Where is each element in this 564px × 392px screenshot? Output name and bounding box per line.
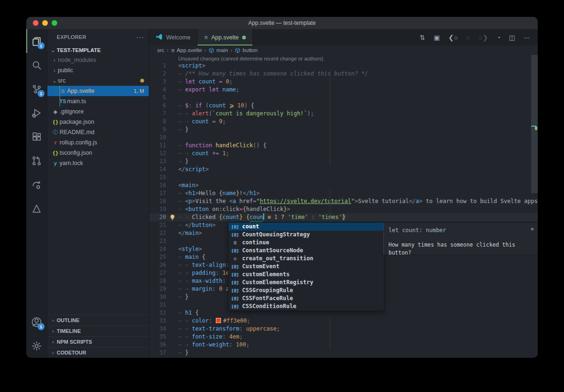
- file-row-package-json[interactable]: {}package.json: [47, 117, 149, 127]
- suggestion-cssconditionrule[interactable]: [@]CSSConditionRule: [229, 302, 384, 310]
- azure-icon[interactable]: [26, 196, 47, 220]
- file-row-public[interactable]: ›public: [47, 65, 149, 75]
- suggestion-customelementregistry[interactable]: [@]CustomElementRegistry: [229, 279, 384, 286]
- section-header-timeline[interactable]: ›TIMELINE: [47, 325, 149, 336]
- line-number[interactable]: 29: [149, 285, 166, 293]
- line-number[interactable]: 2: [149, 70, 166, 78]
- line-number[interactable]: 23: [149, 237, 166, 245]
- run-debug-icon[interactable]: [26, 101, 47, 125]
- line-number[interactable]: 5: [149, 94, 166, 102]
- search-icon[interactable]: [26, 53, 47, 77]
- code-editor[interactable]: Unsaved changes (cannot determine recent…: [149, 55, 538, 358]
- live-share-icon[interactable]: [26, 173, 47, 196]
- code-line-33[interactable]: 33→ → color: #ff3e00;: [149, 317, 538, 325]
- line-number[interactable]: 17: [149, 189, 166, 197]
- file-row-readme-md[interactable]: ⓘREADME.md: [47, 127, 149, 137]
- line-number[interactable]: 18: [149, 197, 166, 205]
- line-number[interactable]: 26: [149, 261, 166, 269]
- line-number[interactable]: 30: [149, 293, 166, 301]
- code-line-3[interactable]: 3→ let count = 0;: [149, 78, 538, 86]
- line-number[interactable]: 27: [149, 269, 166, 277]
- code-line-1[interactable]: 1<script>: [149, 62, 538, 70]
- file-history-icon[interactable]: ◔: [496, 34, 500, 41]
- code-line-2[interactable]: 2→ /** How many times has someone clicke…: [149, 70, 538, 78]
- suggestion-create_out_transition[interactable]: ◇create_out_transition: [229, 255, 384, 263]
- line-number[interactable]: 8: [149, 118, 166, 126]
- code-line-17[interactable]: 17→ <h1>Hello {name}!</h1>: [149, 189, 538, 197]
- close-icon[interactable]: ✕: [531, 225, 534, 233]
- workspace-root-row[interactable]: ⌄ TEST-TEMPLATE: [47, 45, 149, 55]
- breadcrumb-item-button[interactable]: button: [235, 47, 258, 53]
- line-number[interactable]: 9: [149, 126, 166, 134]
- file-row--gitignore[interactable]: ◆.gitignore: [47, 106, 149, 117]
- accounts-icon[interactable]: 1: [26, 310, 47, 334]
- suggestion-customelements[interactable]: [@]customElements: [229, 271, 384, 279]
- code-line-9[interactable]: 9→ }: [149, 126, 538, 134]
- suggestion-cssfontfacerule[interactable]: [@]CSSFontFaceRule: [229, 294, 384, 302]
- file-row-src[interactable]: ⌄src: [47, 75, 149, 86]
- code-line-20[interactable]: 20→ → Clicked {count} {coun ≡ 1 ? 'time'…: [149, 213, 538, 221]
- line-number[interactable]: 22: [149, 229, 166, 237]
- line-number[interactable]: 35: [149, 333, 166, 341]
- code-line-16[interactable]: 16<main>: [149, 181, 538, 189]
- split-editor-icon[interactable]: ◫: [509, 34, 515, 41]
- line-number[interactable]: 37: [149, 349, 166, 357]
- code-line-35[interactable]: 35→ → font-size: 4em;: [149, 333, 538, 341]
- open-changes-icon[interactable]: ⇅: [419, 34, 425, 41]
- line-number[interactable]: 6: [149, 102, 166, 110]
- suggestion-continue[interactable]: ≡continue: [229, 239, 384, 247]
- suggestion-count[interactable]: [@]count: [229, 223, 384, 231]
- code-line-4[interactable]: 4→ export let name;: [149, 86, 538, 94]
- line-number[interactable]: 19: [149, 205, 166, 213]
- file-row-rollup-config-js[interactable]: rrollup.config.js: [47, 137, 149, 148]
- code-line-7[interactable]: 7→ → alert(`count is dangerously high!`)…: [149, 110, 538, 118]
- current-change-icon[interactable]: ○: [466, 34, 470, 41]
- file-row-node-modules[interactable]: ›node_modules: [47, 55, 149, 65]
- breadcrumb-item-src[interactable]: src: [157, 47, 164, 53]
- explorer-icon[interactable]: 1: [26, 29, 47, 53]
- line-number[interactable]: 33: [149, 317, 166, 325]
- source-control-icon[interactable]: 1: [26, 77, 47, 101]
- line-number[interactable]: 24: [149, 245, 166, 253]
- code-line-18[interactable]: 18→ <p>Visit the <a href="https://svelte…: [149, 197, 538, 205]
- tab-app-svelte[interactable]: ≣App.svelte: [198, 29, 253, 45]
- line-number[interactable]: 11: [149, 142, 166, 150]
- close-window-button[interactable]: [33, 20, 38, 26]
- github-pull-requests-icon[interactable]: [26, 149, 47, 173]
- explorer-more-actions-icon[interactable]: ···: [136, 33, 144, 41]
- code-line-34[interactable]: 34→ → text-transform: uppercase;: [149, 325, 538, 333]
- code-line-6[interactable]: 6→ $: if (count ⩾ 10) {: [149, 102, 538, 110]
- code-line-10[interactable]: 10: [149, 134, 538, 142]
- zoom-window-button[interactable]: [52, 20, 57, 26]
- line-number[interactable]: 32: [149, 309, 166, 317]
- line-number[interactable]: 28: [149, 277, 166, 285]
- breadcrumb-item-main[interactable]: main: [208, 47, 228, 53]
- code-line-13[interactable]: 13→ }: [149, 158, 538, 166]
- file-row-main-ts[interactable]: TSmain.ts: [47, 96, 149, 106]
- breadcrumb-item-app-svelte[interactable]: ≣App.svelte: [171, 47, 202, 53]
- file-row-tsconfig-json[interactable]: {}tsconfig.json: [47, 148, 149, 158]
- line-number[interactable]: 16: [149, 181, 166, 189]
- suggestion-constantsourcenode[interactable]: [@]ConstantSourceNode: [229, 247, 384, 255]
- extensions-icon[interactable]: [26, 125, 47, 149]
- code-line-15[interactable]: 15: [149, 173, 538, 181]
- line-number[interactable]: 7: [149, 110, 166, 118]
- suggestion-cssgroupingrule[interactable]: [@]CSSGroupingRule: [229, 286, 384, 294]
- code-line-11[interactable]: 11→ function handleClick() {: [149, 142, 538, 150]
- line-number[interactable]: 3: [149, 78, 166, 86]
- next-change-icon[interactable]: ○❯: [479, 34, 488, 41]
- code-line-5[interactable]: 5: [149, 94, 538, 102]
- line-number[interactable]: 36: [149, 341, 166, 349]
- tab-welcome[interactable]: Welcome: [149, 29, 198, 45]
- line-number[interactable]: 15: [149, 173, 166, 181]
- line-number[interactable]: 34: [149, 325, 166, 333]
- code-line-36[interactable]: 36→ → font-weight: 100;: [149, 341, 538, 349]
- section-header-outline[interactable]: ›OUTLINE: [47, 315, 149, 325]
- vertical-scrollbar[interactable]: [531, 55, 538, 193]
- line-number[interactable]: 20: [149, 213, 166, 221]
- line-number[interactable]: 12: [149, 150, 166, 158]
- line-number[interactable]: 1: [149, 62, 166, 70]
- line-number[interactable]: 10: [149, 134, 166, 142]
- code-line-14[interactable]: 14</script>: [149, 166, 538, 173]
- previous-change-icon[interactable]: ❮○: [448, 34, 457, 41]
